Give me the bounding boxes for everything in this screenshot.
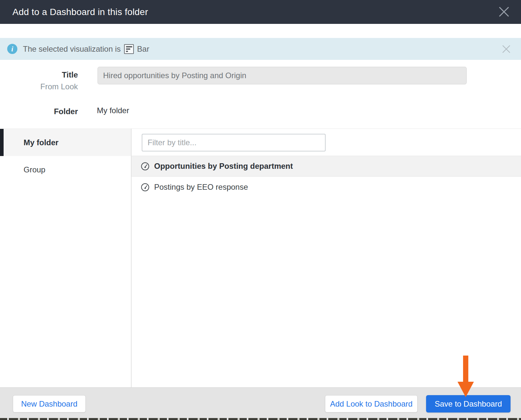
info-icon: i — [7, 44, 17, 54]
title-input[interactable] — [98, 67, 467, 84]
save-to-dashboard-button[interactable]: Save to Dashboard — [426, 395, 511, 412]
title-label: Title — [0, 70, 78, 79]
banner-close-icon[interactable] — [502, 44, 511, 54]
new-dashboard-button[interactable]: New Dashboard — [13, 395, 86, 412]
torn-edge-decoration — [0, 418, 521, 420]
modal-footer: New Dashboard Add Look to Dashboard Save… — [0, 387, 521, 420]
filter-by-title-input[interactable] — [142, 134, 326, 151]
folder-value: My folder — [97, 106, 129, 115]
dashboard-item-label: Postings by EEO response — [154, 183, 248, 192]
banner-text-prefix: The selected visualization is — [23, 44, 121, 54]
sidebar-item-my-folder[interactable]: My folder — [0, 129, 131, 156]
bar-chart-icon — [124, 44, 134, 54]
dashboard-list-item[interactable]: Opportunities by Posting department — [132, 156, 521, 177]
viz-type-label: Bar — [137, 44, 149, 54]
modal-header: Add to a Dashboard in this folder — [0, 0, 521, 24]
from-look-sublabel: From Look — [0, 82, 78, 91]
sidebar-item-group[interactable]: Group — [0, 156, 131, 183]
sidebar-item-label: Group — [24, 165, 45, 174]
modal-title: Add to a Dashboard in this folder — [12, 0, 148, 24]
info-banner: i The selected visualization is Bar — [0, 38, 521, 60]
gauge-dashboard-icon — [141, 162, 150, 171]
sidebar-item-label: My folder — [24, 138, 59, 147]
add-to-dashboard-modal: Add to a Dashboard in this folder i The … — [0, 0, 521, 420]
banner-message: The selected visualization is Bar — [23, 38, 149, 60]
close-icon[interactable] — [498, 6, 510, 18]
gauge-dashboard-icon — [141, 183, 150, 192]
add-look-to-dashboard-button[interactable]: Add Look to Dashboard — [325, 395, 418, 412]
folder-label: Folder — [0, 107, 78, 116]
dashboard-item-label: Opportunities by Posting department — [154, 162, 293, 171]
dashboard-list-item[interactable]: Postings by EEO response — [132, 177, 521, 198]
selected-indicator-bar — [0, 129, 4, 156]
